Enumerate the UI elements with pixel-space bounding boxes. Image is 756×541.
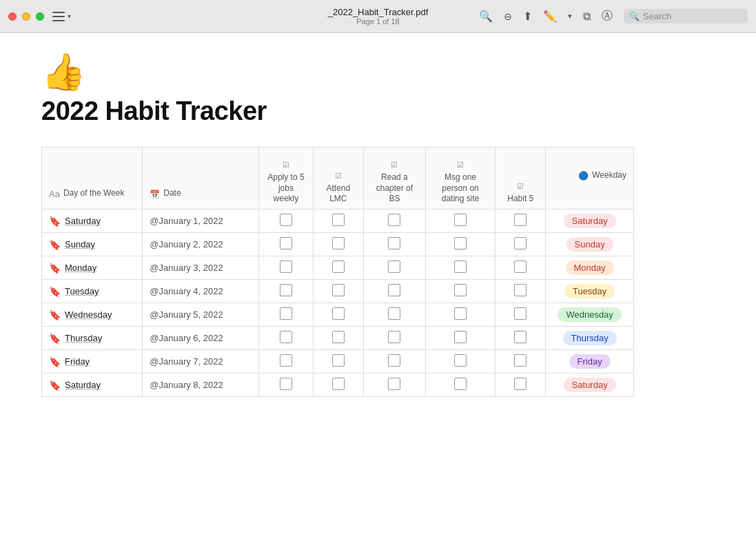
th-read-chapter: ☑ Read a chapter of BS [363,147,425,210]
table-row: 🔖 Friday @January 7, 2022 Friday [42,350,634,374]
msg-check-2 [425,256,495,280]
read-check-7 [363,374,425,397]
close-button[interactable] [8,12,17,21]
habit5-checkbox[interactable] [514,307,527,320]
attend-check-3 [313,280,363,303]
apply-checkbox[interactable] [280,378,292,390]
pdf-content: 👍 2022 Habit Tracker Aa Day of the Week … [0,33,756,541]
th-day-label: Day of the Week [63,188,125,199]
weekday-badge: Saturday [564,378,616,392]
habit5-checkbox[interactable] [514,378,527,390]
attend-checkbox[interactable] [332,237,345,249]
apply-checkbox[interactable] [280,331,292,343]
add-page-icon[interactable]: ⧉ [583,10,591,23]
read-checkbox[interactable] [388,354,400,367]
habit5-checkbox[interactable] [514,237,527,249]
habit5-check-6 [496,350,546,374]
attend-checkbox[interactable] [332,307,345,320]
day-name: Monday [65,263,96,273]
msg-checkbox[interactable] [454,331,467,343]
day-cell-1: 🔖 Sunday [42,233,143,256]
day-cell-0: 🔖 Saturday [42,210,143,233]
weekday-cell-0: Saturday [546,210,634,233]
annotate-icon[interactable]: ✏️ [543,10,557,23]
attend-check-4 [313,303,363,327]
read-checkbox[interactable] [388,331,400,343]
read-checkbox[interactable] [388,261,400,273]
day-cell-6: 🔖 Friday [42,350,143,374]
msg-checkbox[interactable] [454,214,467,226]
attend-check-2 [313,256,363,280]
day-name: Saturday [65,380,101,390]
apply-checkbox[interactable] [280,284,292,296]
date-cell-4: @January 5, 2022 [143,303,259,327]
search-box[interactable]: 🔍 [624,9,748,23]
apply-check-6 [259,350,314,374]
apply-checkbox[interactable] [280,307,292,320]
attend-checkbox[interactable] [332,354,345,367]
apply-checkbox[interactable] [280,214,292,226]
day-name: Saturday [65,216,101,226]
apply-checkbox[interactable] [280,354,292,367]
search-input[interactable] [643,11,739,21]
msg-checkbox[interactable] [454,237,467,249]
date-value: @January 7, 2022 [150,356,223,367]
zoom-out-icon[interactable]: ⊖ [504,11,512,22]
habit5-checkbox[interactable] [514,331,527,343]
msg-checkbox[interactable] [454,307,467,320]
checkbox-icon-habit5: ☑ [502,182,538,191]
habit5-checkbox[interactable] [514,261,527,273]
date-value: @January 1, 2022 [150,216,223,226]
read-check-5 [363,327,425,350]
apply-checkbox[interactable] [280,237,292,249]
minimize-button[interactable] [22,12,30,21]
apply-checkbox[interactable] [280,261,292,273]
fullscreen-button[interactable] [36,12,44,21]
day-name: Wednesday [65,309,112,320]
attend-checkbox[interactable] [332,284,345,296]
habit5-checkbox[interactable] [514,284,527,296]
attend-checkbox[interactable] [332,214,345,226]
share-icon[interactable]: ⬆ [523,10,532,23]
th-day-of-week: Aa Day of the Week [42,147,143,210]
date-cell-2: @January 3, 2022 [143,256,259,280]
read-checkbox[interactable] [388,214,400,226]
read-checkbox[interactable] [388,378,400,390]
msg-check-3 [425,280,495,303]
table-row: 🔖 Tuesday @January 4, 2022 Tuesday [42,280,634,303]
msg-checkbox[interactable] [454,354,467,367]
th-weekday-label: Weekday [592,170,626,181]
read-check-0 [363,210,425,233]
msg-checkbox[interactable] [454,284,467,296]
find-icon[interactable]: Ⓐ [602,9,613,23]
bookmark-icon: 🔖 [49,263,61,274]
habit5-checkbox[interactable] [514,354,527,367]
weekday-badge: Thursday [563,331,617,345]
read-checkbox[interactable] [388,284,400,296]
annotate-dropdown-icon[interactable]: ▾ [568,12,572,21]
day-name: Tuesday [65,286,99,296]
day-name: Thursday [65,333,102,343]
read-checkbox[interactable] [388,307,400,320]
attend-check-7 [313,374,363,397]
date-cell-5: @January 6, 2022 [143,327,259,350]
attend-check-6 [313,350,363,374]
read-checkbox[interactable] [388,237,400,249]
habit5-check-3 [496,280,546,303]
weekday-icon: 🔵 [578,171,589,181]
read-check-3 [363,280,425,303]
msg-checkbox[interactable] [454,261,467,273]
attend-checkbox[interactable] [332,331,345,343]
bookmark-icon: 🔖 [49,216,61,227]
sidebar-toggle[interactable]: ▾ [52,12,71,21]
table-row: 🔖 Wednesday @January 5, 2022 Wednesday [42,303,634,327]
apply-check-2 [259,256,314,280]
weekday-badge: Monday [566,261,614,275]
attend-checkbox[interactable] [332,261,345,273]
habit5-checkbox[interactable] [514,214,527,226]
attend-checkbox[interactable] [332,378,345,390]
msg-checkbox[interactable] [454,378,467,390]
date-cell-3: @January 4, 2022 [143,280,259,303]
table-row: 🔖 Monday @January 3, 2022 Monday [42,256,634,280]
zoom-in-icon[interactable]: 🔍 [479,10,493,23]
